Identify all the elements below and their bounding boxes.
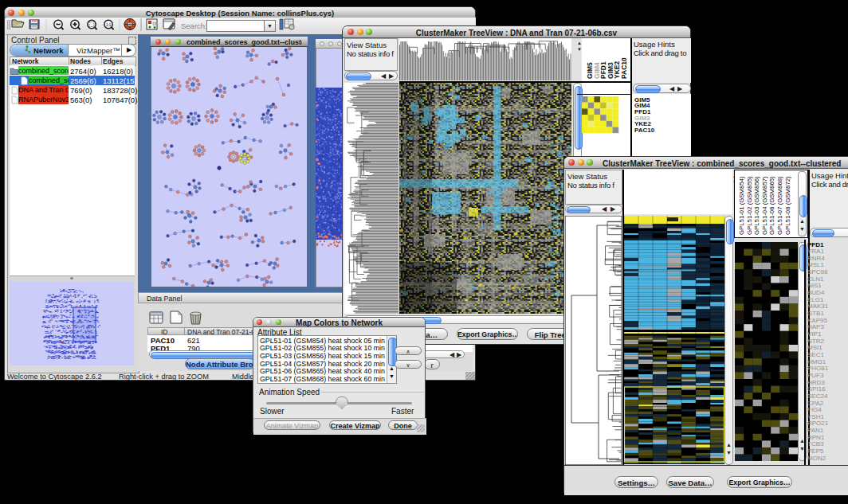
svg-text:1:1: 1:1 xyxy=(106,23,112,27)
